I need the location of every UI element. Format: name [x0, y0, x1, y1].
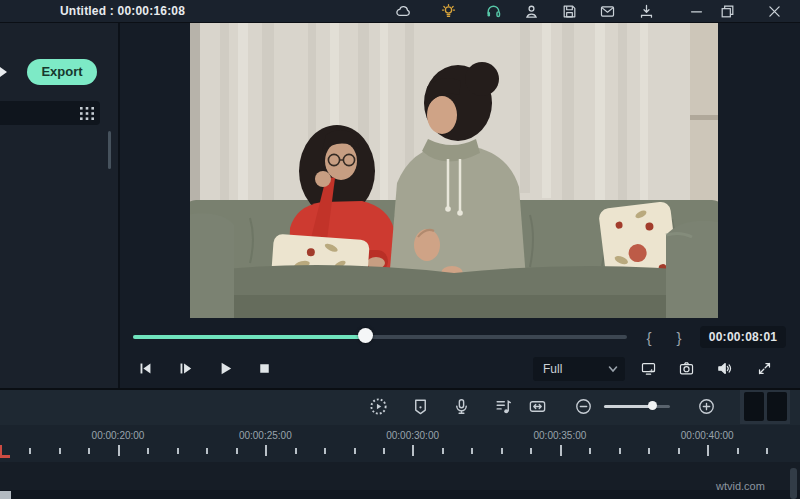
timeline-scrollbar[interactable]: [790, 468, 797, 499]
playhead-marker[interactable]: [0, 445, 10, 458]
playback-quality-value: Full: [543, 357, 562, 381]
project-title: Untitled : 00:00:16:08: [60, 0, 185, 23]
current-timecode: 00:00:08:01: [700, 326, 786, 348]
ruler-timestamp: 00:00:35:00: [533, 430, 586, 441]
ruler-minor-tick: [589, 448, 591, 454]
timeline-zoom-slider[interactable]: [604, 405, 670, 408]
seek-bar[interactable]: [133, 335, 627, 339]
ruler-minor-tick: [737, 448, 739, 454]
ruler-minor-tick: [442, 448, 444, 454]
ruler-major-tick: [412, 445, 414, 456]
zoom-slider-fill: [604, 405, 652, 408]
next-frame-button[interactable]: [177, 360, 194, 377]
ruler-minor-tick: [678, 448, 680, 454]
track-height-control[interactable]: [740, 390, 790, 424]
restore-icon[interactable]: [719, 3, 736, 20]
ruler-minor-tick: [236, 448, 238, 454]
ruler-minor-tick: [295, 448, 297, 454]
zoom-in-icon[interactable]: [697, 397, 716, 416]
timeline-track-area[interactable]: wtvid.com: [0, 462, 800, 499]
volume-icon[interactable]: [716, 360, 733, 377]
video-editor-window: Untitled : 00:00:16:08: [0, 0, 800, 499]
mark-out-icon[interactable]: }: [670, 327, 688, 348]
chevron-down-icon: [608, 364, 618, 374]
title-bar: Untitled : 00:00:16:08: [0, 0, 800, 23]
collapse-arrow-icon[interactable]: [0, 67, 7, 77]
zoom-out-icon[interactable]: [574, 397, 593, 416]
ruler-minor-tick: [619, 448, 621, 454]
track-height-bar: [744, 392, 764, 421]
minimize-icon[interactable]: [688, 3, 705, 20]
light-bulb-icon[interactable]: [440, 3, 457, 20]
track-height-bar: [767, 392, 787, 421]
ruler-minor-tick: [206, 448, 208, 454]
download-icon[interactable]: [638, 3, 655, 20]
play-button[interactable]: [217, 360, 234, 377]
ruler-minor-tick: [648, 448, 650, 454]
ruler-timestamp: 00:00:40:00: [681, 430, 734, 441]
render-preview-icon[interactable]: [369, 397, 388, 416]
playback-quality-dropdown[interactable]: Full: [533, 357, 625, 381]
watermark-text: wtvid.com: [716, 480, 765, 492]
timeline-track[interactable]: [0, 490, 800, 499]
ruler-major-tick: [265, 445, 267, 456]
ruler-timestamp: 00:00:30:00: [386, 430, 439, 441]
previous-frame-button[interactable]: [137, 360, 154, 377]
ruler-minor-tick: [530, 448, 532, 454]
marker-icon[interactable]: [411, 397, 430, 416]
audio-mixer-icon[interactable]: [494, 397, 513, 416]
ruler-minor-tick: [177, 448, 179, 454]
record-voiceover-icon[interactable]: [452, 397, 471, 416]
support-headset-icon[interactable]: [485, 3, 502, 20]
stop-button[interactable]: [256, 360, 273, 377]
account-icon[interactable]: [523, 3, 540, 20]
display-device-icon[interactable]: [640, 360, 657, 377]
feedback-mail-icon[interactable]: [599, 3, 616, 20]
ruler-major-tick: [560, 445, 562, 456]
fullscreen-icon[interactable]: [756, 360, 773, 377]
seek-bar-progress: [133, 335, 365, 339]
close-icon[interactable]: [766, 3, 783, 20]
grid-view-icon[interactable]: [79, 106, 95, 121]
ruler-minor-tick: [147, 448, 149, 454]
save-icon[interactable]: [561, 3, 578, 20]
snapshot-icon[interactable]: [678, 360, 695, 377]
ruler-timestamp: 00:00:25:00: [239, 430, 292, 441]
mark-in-icon[interactable]: {: [640, 327, 658, 348]
fit-to-timeline-icon[interactable]: [528, 397, 547, 416]
video-preview-frame[interactable]: [190, 23, 718, 318]
ruler-minor-tick: [59, 448, 61, 454]
export-button[interactable]: Export: [27, 59, 97, 85]
ruler-timestamp: 00:00:20:00: [92, 430, 145, 441]
cloud-icon[interactable]: [395, 3, 412, 20]
ruler-minor-tick: [324, 448, 326, 454]
ruler-major-tick: [118, 445, 120, 456]
panel-scrollbar[interactable]: [108, 131, 111, 169]
timeline-ruler[interactable]: 00:00:20:0000:00:25:0000:00:30:0000:00:3…: [0, 425, 800, 462]
ruler-minor-tick: [88, 448, 90, 454]
ruler-minor-tick: [501, 448, 503, 454]
ruler-minor-tick: [383, 448, 385, 454]
ruler-minor-tick: [471, 448, 473, 454]
ruler-major-tick: [707, 445, 709, 456]
ruler-minor-tick: [766, 448, 768, 454]
ruler-minor-tick: [29, 448, 31, 454]
ruler-minor-tick: [354, 448, 356, 454]
media-library-panel: Export: [0, 23, 120, 388]
track-clip-start[interactable]: [0, 491, 11, 499]
timeline-toolbar: [0, 390, 800, 425]
